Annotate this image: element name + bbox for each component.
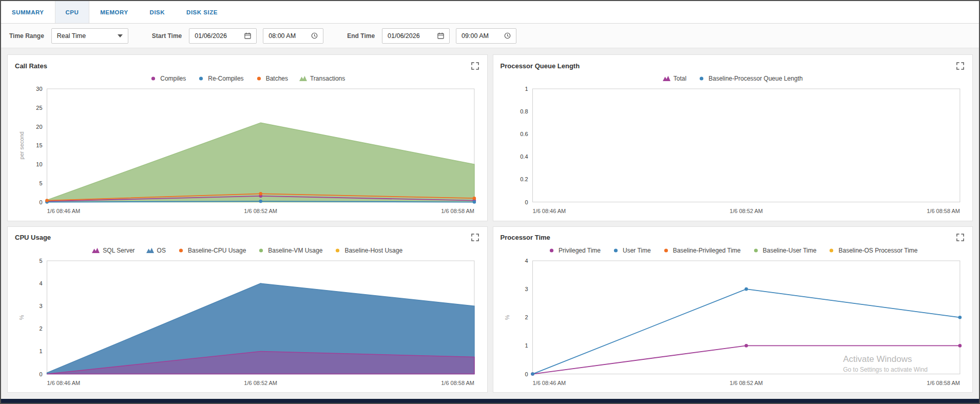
legend-item[interactable]: Baseline-User Time [752, 247, 817, 254]
svg-text:%: % [18, 315, 25, 320]
line-series-icon [197, 75, 205, 82]
svg-text:1/6 08:52 AM: 1/6 08:52 AM [729, 208, 763, 214]
svg-text:0: 0 [39, 371, 42, 377]
line-series-icon [548, 247, 555, 254]
chart-legend: Privileged TimeUser TimeBaseline-Privile… [501, 243, 966, 258]
legend-label: Re-Compiles [208, 75, 243, 82]
expand-icon[interactable] [955, 233, 965, 242]
legend-item[interactable]: User Time [612, 247, 651, 254]
legend-item[interactable]: Re-Compiles [197, 75, 243, 82]
processor-time-chart: 01234%1/6 08:46 AM1/6 08:52 AM1/6 08:58 … [501, 258, 966, 390]
panel-title: Processor Time [501, 234, 550, 241]
panel-cpu-usage: CPU Usage SQL ServerOSBaseline-CPU Usage… [7, 226, 488, 393]
chart-legend: SQL ServerOSBaseline-CPU UsageBaseline-V… [15, 243, 480, 258]
legend-label: OS [157, 247, 166, 254]
line-series-icon [698, 75, 705, 82]
legend-label: Baseline-Processor Queue Length [708, 75, 802, 82]
line-series-icon [828, 247, 835, 254]
chart-legend: CompilesRe-CompilesBatchesTransactions [15, 71, 480, 86]
tab-disk-size[interactable]: DISK SIZE [176, 1, 228, 23]
clock-icon [311, 32, 318, 39]
svg-text:5: 5 [39, 180, 42, 186]
start-time-label: Start Time [152, 32, 182, 40]
svg-text:2: 2 [525, 314, 528, 320]
legend-label: Compiles [160, 75, 186, 82]
tab-disk[interactable]: DISK [139, 1, 176, 23]
calendar-icon [437, 32, 444, 39]
svg-text:1: 1 [525, 86, 528, 92]
time-range-select[interactable]: Real Time [51, 28, 128, 44]
svg-text:15: 15 [36, 142, 42, 148]
legend-label: Baseline-OS Processor Time [838, 247, 917, 254]
line-series-icon [334, 247, 341, 254]
processor-queue-length-chart: 00.20.40.60.811/6 08:46 AM1/6 08:52 AM1/… [501, 86, 966, 218]
area-series-icon [299, 75, 307, 82]
expand-icon[interactable] [955, 61, 965, 71]
svg-text:2: 2 [39, 325, 42, 332]
chevron-down-icon [118, 34, 123, 37]
svg-text:0.2: 0.2 [520, 176, 528, 182]
panel-title: CPU Usage [15, 234, 51, 241]
svg-text:4: 4 [39, 280, 42, 286]
legend-item[interactable]: Privileged Time [548, 247, 601, 254]
legend-item[interactable]: Batches [255, 75, 288, 82]
svg-text:per second: per second [18, 131, 25, 159]
legend-item[interactable]: Total [663, 75, 686, 82]
line-series-icon [612, 247, 620, 254]
legend-item[interactable]: Transactions [299, 75, 345, 82]
svg-text:30: 30 [36, 86, 42, 92]
legend-label: Baseline-Privileged Time [673, 247, 741, 254]
legend-label: Batches [266, 75, 288, 82]
svg-text:1/6 08:46 AM: 1/6 08:46 AM [532, 379, 566, 386]
call-rates-chart: 051015202530per second1/6 08:46 AM1/6 08… [15, 86, 480, 218]
legend-item[interactable]: Baseline-Processor Queue Length [698, 75, 802, 82]
svg-text:3: 3 [39, 303, 42, 309]
time-range-value: Real Time [57, 32, 86, 40]
expand-icon[interactable] [470, 61, 480, 71]
svg-text:1/6 08:46 AM: 1/6 08:46 AM [47, 379, 81, 386]
panel-processor-queue-length: Processor Queue Length TotalBaseline-Pro… [493, 54, 973, 221]
start-time-input[interactable]: 08:00 AM [263, 28, 323, 44]
expand-icon[interactable] [470, 233, 480, 242]
end-date-input[interactable]: 01/06/2026 [382, 28, 450, 44]
svg-text:1: 1 [39, 348, 42, 354]
area-series-icon [663, 75, 670, 82]
end-time-input[interactable]: 09:00 AM [456, 28, 516, 44]
calendar-icon [244, 32, 251, 39]
legend-item[interactable]: SQL Server [92, 247, 134, 254]
legend-item[interactable]: Baseline-CPU Usage [177, 247, 246, 254]
tab-cpu[interactable]: CPU [55, 1, 90, 23]
legend-item[interactable]: Baseline-Privileged Time [662, 247, 741, 254]
legend-label: Privileged Time [559, 247, 601, 254]
tab-memory[interactable]: MEMORY [89, 1, 139, 23]
svg-text:4: 4 [525, 258, 528, 264]
legend-item[interactable]: OS [146, 247, 166, 254]
legend-item[interactable]: Baseline-OS Processor Time [828, 247, 917, 254]
end-date-value: 01/06/2026 [388, 32, 420, 40]
area-series-icon [92, 247, 100, 254]
legend-item[interactable]: Baseline-VM Usage [257, 247, 322, 254]
line-series-icon [177, 247, 185, 254]
svg-text:1/6 08:58 AM: 1/6 08:58 AM [441, 379, 474, 386]
panel-processor-time: Processor Time Privileged TimeUser TimeB… [493, 226, 973, 393]
panel-title: Call Rates [15, 62, 47, 70]
line-series-icon [149, 75, 157, 82]
svg-text:25: 25 [36, 105, 42, 111]
svg-text:1/6 08:58 AM: 1/6 08:58 AM [927, 379, 960, 386]
chart-grid: Call Rates CompilesRe-CompilesBatchesTra… [1, 48, 979, 399]
legend-label: Transactions [310, 75, 345, 82]
panel-call-rates: Call Rates CompilesRe-CompilesBatchesTra… [7, 54, 488, 221]
panel-title: Processor Queue Length [501, 62, 580, 70]
legend-label: SQL Server [103, 247, 134, 254]
svg-text:%: % [504, 315, 510, 320]
tab-summary[interactable]: SUMMARY [1, 1, 55, 23]
start-time-value: 08:00 AM [268, 32, 296, 40]
legend-label: User Time [623, 247, 651, 254]
area-series-icon [146, 247, 154, 254]
start-date-input[interactable]: 01/06/2026 [189, 28, 257, 44]
svg-text:1/6 08:52 AM: 1/6 08:52 AM [244, 379, 277, 386]
legend-item[interactable]: Baseline-Host Usage [334, 247, 402, 254]
legend-item[interactable]: Compiles [149, 75, 186, 82]
end-time-label: End Time [347, 32, 375, 40]
line-series-icon [662, 247, 670, 254]
